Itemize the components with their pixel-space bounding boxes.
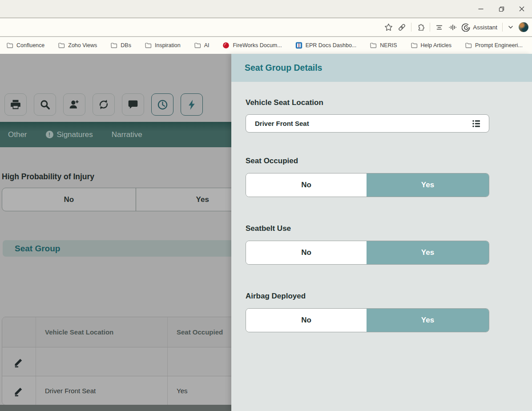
bookmark-star-icon[interactable] bbox=[384, 23, 393, 32]
bookmark-dbs[interactable]: DBs bbox=[110, 42, 131, 49]
bookmark-help-articles[interactable]: Help Articles bbox=[411, 42, 451, 49]
tab-signatures[interactable]: ! Signatures bbox=[46, 130, 93, 139]
bookmark-neris[interactable]: NERIS bbox=[370, 42, 397, 49]
folder-icon bbox=[194, 42, 201, 49]
airbag-deployed-label: Airbag Deployed bbox=[246, 292, 306, 301]
bookmark-label: DBs bbox=[121, 42, 131, 48]
seat-occupied-yes-option-selected[interactable]: Yes bbox=[367, 173, 489, 197]
tab-narrative[interactable]: Narrative bbox=[112, 130, 142, 139]
tab-label: Narrative bbox=[112, 130, 142, 139]
bookmark-label: Help Articles bbox=[421, 42, 451, 48]
seat-occupied-header: Seat Occupied bbox=[168, 317, 231, 347]
folder-icon bbox=[6, 42, 13, 49]
chat-bubble-icon bbox=[127, 99, 139, 110]
refresh-button[interactable] bbox=[93, 93, 115, 116]
folder-icon bbox=[465, 42, 472, 49]
edit-column-header bbox=[2, 317, 36, 347]
seat-occupied-toggle: No Yes bbox=[246, 173, 489, 197]
bookmark-epr-docs-dashboard[interactable]: EPR Docs Dashbo... bbox=[295, 42, 357, 49]
bookmark-label: Zoho Views bbox=[68, 42, 97, 48]
restore-button[interactable] bbox=[491, 0, 512, 18]
lightning-bolt-icon bbox=[186, 99, 198, 111]
bookmark-ai[interactable]: AI bbox=[194, 42, 210, 49]
seatbelt-use-toggle: No Yes bbox=[246, 241, 489, 265]
extensions-puzzle-icon[interactable] bbox=[416, 23, 425, 32]
bookmarks-bar: Confluence Zoho Views DBs Inspiration AI… bbox=[0, 37, 532, 54]
high-probability-of-injury-toggle: No Yes bbox=[2, 188, 231, 211]
seat-group-section-header[interactable]: Seat Group bbox=[3, 240, 231, 257]
fireworks-favicon-icon bbox=[222, 42, 230, 49]
bookmark-prompt-engineering[interactable]: Prompt Engineeri... bbox=[465, 42, 523, 49]
tab-label: Other bbox=[8, 130, 27, 139]
airbag-deployed-no-option[interactable]: No bbox=[246, 309, 367, 332]
bookmark-confluence[interactable]: Confluence bbox=[6, 42, 44, 49]
vehicle-seat-location-label: Vehicle Seat Location bbox=[246, 98, 323, 107]
table-header-row: Vehicle Seat Location Seat Occupied bbox=[2, 317, 231, 347]
cell-vehicle-seat-location: Driver Front Seat bbox=[36, 376, 168, 405]
reader-lines-icon[interactable] bbox=[435, 23, 443, 32]
drawer-title: Seat Group Details bbox=[245, 63, 322, 73]
folder-icon bbox=[411, 42, 418, 49]
print-icon bbox=[10, 99, 21, 110]
quick-actions-button[interactable] bbox=[181, 93, 203, 116]
assistant-spiral-icon bbox=[462, 23, 470, 32]
warning-exclamation-icon: ! bbox=[46, 131, 53, 138]
bookmark-fireworks-docs[interactable]: FireWorks Docum... bbox=[222, 42, 282, 49]
bookmark-label: Prompt Engineeri... bbox=[475, 42, 523, 48]
profile-avatar[interactable] bbox=[519, 22, 528, 32]
airbag-deployed-yes-option-selected[interactable]: Yes bbox=[367, 309, 489, 332]
vehicle-seat-location-value: Driver Front Seat bbox=[255, 120, 471, 127]
bookmark-inspiration[interactable]: Inspiration bbox=[145, 42, 181, 49]
table-row[interactable] bbox=[2, 347, 231, 376]
edit-pencil-icon[interactable] bbox=[13, 356, 25, 368]
close-button[interactable] bbox=[512, 0, 532, 18]
app-toolbar bbox=[4, 93, 203, 116]
bottom-bar bbox=[0, 405, 231, 411]
bookmark-label: FireWorks Docum... bbox=[233, 42, 282, 48]
tab-other[interactable]: Other bbox=[8, 130, 27, 139]
list-picker-icon[interactable] bbox=[471, 118, 482, 129]
vehicle-seat-location-header: Vehicle Seat Location bbox=[36, 317, 168, 347]
toolbar-separator bbox=[430, 23, 430, 32]
bookmark-label: AI bbox=[204, 42, 210, 48]
vehicle-seat-location-input[interactable]: Driver Front Seat bbox=[246, 114, 489, 133]
airbag-deployed-toggle: No Yes bbox=[246, 308, 489, 332]
edit-pencil-icon[interactable] bbox=[13, 385, 25, 397]
history-button[interactable] bbox=[151, 93, 173, 116]
assistant-label: Assistant bbox=[473, 24, 497, 31]
window-titlebar bbox=[0, 0, 532, 18]
seat-occupied-label: Seat Occupied bbox=[246, 157, 298, 165]
bookmark-label: Confluence bbox=[16, 42, 44, 48]
bookmark-zoho-views[interactable]: Zoho Views bbox=[58, 42, 97, 49]
seat-group-details-drawer: Seat Group Details Vehicle Seat Location… bbox=[231, 54, 532, 411]
minimize-button[interactable] bbox=[471, 0, 491, 18]
copy-link-icon[interactable] bbox=[398, 23, 406, 32]
table-row[interactable]: Driver Front Seat Yes bbox=[2, 376, 231, 405]
bookmark-label: Inspiration bbox=[155, 42, 181, 48]
injury-yes-option[interactable]: Yes bbox=[136, 188, 232, 211]
cell-seat-occupied bbox=[168, 347, 231, 376]
seat-group-table: Vehicle Seat Location Seat Occupied Driv… bbox=[2, 317, 231, 405]
clock-icon bbox=[157, 99, 169, 111]
assistant-button[interactable]: Assistant bbox=[462, 23, 497, 32]
cell-vehicle-seat-location bbox=[36, 347, 168, 376]
epr-favicon-icon bbox=[295, 42, 302, 49]
search-icon bbox=[39, 99, 51, 110]
drawer-header: Seat Group Details bbox=[231, 54, 532, 82]
drawer-body: Vehicle Seat Location Driver Front Seat … bbox=[231, 82, 532, 411]
folder-icon bbox=[110, 42, 117, 49]
seatbelt-use-yes-option-selected[interactable]: Yes bbox=[367, 241, 489, 264]
seatbelt-use-no-option[interactable]: No bbox=[246, 241, 367, 264]
chevron-down-icon[interactable] bbox=[508, 24, 514, 30]
seat-group-title: Seat Group bbox=[15, 244, 60, 254]
folder-icon bbox=[370, 42, 377, 49]
seat-occupied-no-option[interactable]: No bbox=[246, 173, 367, 197]
folder-icon bbox=[145, 42, 152, 49]
injury-no-option[interactable]: No bbox=[2, 188, 136, 211]
add-person-button[interactable] bbox=[63, 93, 85, 116]
sidebar-equalizer-icon[interactable] bbox=[448, 23, 457, 32]
section-tab-bar: Other ! Signatures Narrative bbox=[0, 122, 231, 147]
print-button[interactable] bbox=[4, 93, 27, 116]
search-button[interactable] bbox=[34, 93, 56, 116]
comment-button[interactable] bbox=[122, 93, 144, 116]
